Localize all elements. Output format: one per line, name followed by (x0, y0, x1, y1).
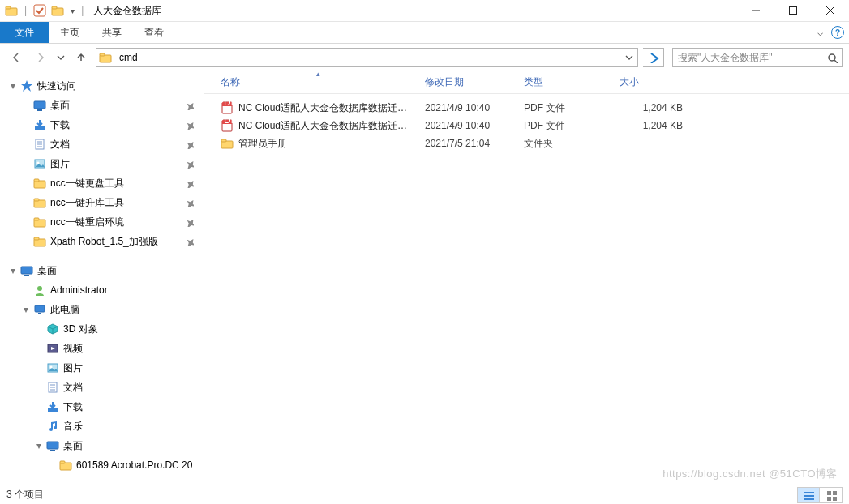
tree-item[interactable]: 桌面 (0, 96, 204, 115)
pin-icon (184, 139, 199, 149)
tree-item-label: 此电脑 (50, 303, 204, 317)
column-type[interactable]: 类型 (519, 71, 615, 93)
folder-icon (32, 215, 47, 229)
file-date: 2021/4/9 10:40 (420, 102, 519, 113)
tree-item-label: Administrator (50, 284, 204, 296)
column-name[interactable]: 名称 ▴ (216, 71, 420, 93)
pin-icon (184, 178, 199, 188)
qat-folder-icon[interactable] (51, 4, 64, 17)
view-thumbnails-button[interactable] (820, 487, 843, 503)
documents-icon (32, 137, 47, 152)
expander-icon[interactable]: ▾ (32, 440, 45, 451)
pin-icon (184, 159, 199, 169)
up-button[interactable] (71, 48, 91, 67)
address-folder-icon[interactable] (96, 49, 114, 66)
tree-item[interactable]: 图片 (0, 358, 204, 378)
view-details-button[interactable] (797, 487, 820, 503)
folder-icon (32, 176, 47, 190)
folder-icon (32, 234, 47, 249)
tree-item-label: Xpath Robot_1.5_加强版 (50, 235, 184, 249)
tree-item-label: 图片 (63, 361, 204, 375)
navigation-row (0, 44, 849, 71)
file-date: 2021/4/9 10:40 (420, 120, 519, 131)
tree-item[interactable]: 3D 对象 (0, 319, 204, 339)
desktop-icon (32, 98, 47, 113)
tree-item[interactable]: 视频 (0, 339, 204, 358)
file-row[interactable]: NC Cloud适配人大金仓数据库数据迁移... 2021/4/9 10:40 … (216, 117, 849, 135)
pc-icon (32, 302, 47, 317)
back-button[interactable] (6, 48, 26, 67)
expander-icon[interactable]: ▾ (19, 304, 32, 315)
sort-asc-icon: ▴ (316, 70, 320, 78)
tree-item[interactable]: ncc一键更盘工具 (0, 173, 204, 193)
address-dropdown-icon[interactable] (621, 49, 637, 66)
go-button[interactable] (643, 48, 664, 67)
tree-item[interactable]: 下载 (0, 397, 204, 416)
search-box[interactable] (672, 48, 843, 67)
documents-icon (45, 380, 60, 395)
tree-item[interactable]: ▾ 快速访问 (0, 76, 204, 96)
tree-item[interactable]: 文档 (0, 135, 204, 154)
videos-icon (45, 341, 60, 356)
tree-item-label: 下载 (50, 118, 184, 132)
tab-home[interactable]: 主页 (49, 22, 91, 43)
music-icon (45, 419, 60, 434)
minimize-button[interactable] (737, 0, 774, 22)
content-pane: 名称 ▴ 修改日期 类型 大小 NC Cloud适配人大金仓数据库数据迁移...… (204, 71, 849, 485)
file-name: NC Cloud适配人大金仓数据库数据迁移... (238, 119, 415, 133)
tree-item[interactable]: Administrator (0, 280, 204, 300)
window-title: 人大金仓数据库 (93, 4, 161, 18)
column-date[interactable]: 修改日期 (420, 71, 519, 93)
tree-item[interactable]: ncc一键升库工具 (0, 193, 204, 212)
tree-item-label: 下载 (63, 400, 204, 414)
tree-item[interactable]: ncc一键重启环境 (0, 212, 204, 232)
file-row[interactable]: 管理员手册 2021/7/5 21:04 文件夹 (216, 135, 849, 152)
column-size[interactable]: 大小 (615, 71, 688, 93)
file-size: 1,204 KB (615, 120, 688, 131)
tree-item[interactable]: ▾ 桌面 (0, 261, 204, 280)
forward-button[interactable] (31, 48, 50, 67)
file-list[interactable]: NC Cloud适配人大金仓数据库数据迁移... 2021/4/9 10:40 … (204, 94, 849, 152)
tree-item[interactable]: 音乐 (0, 416, 204, 436)
qat-check-icon[interactable] (33, 4, 46, 17)
tree-item[interactable]: 601589 Acrobat.Pro.DC 20 (0, 455, 204, 475)
address-bar[interactable] (96, 48, 638, 67)
close-button[interactable] (812, 0, 849, 22)
pictures-icon (45, 361, 60, 375)
ribbon-collapse-icon[interactable]: ⌵ (817, 27, 823, 38)
help-icon[interactable]: ? (831, 26, 844, 39)
tree-item-label: 桌面 (37, 264, 204, 278)
tree-item[interactable]: 图片 (0, 154, 204, 173)
search-icon[interactable] (822, 52, 842, 63)
address-input[interactable] (114, 49, 621, 66)
expander-icon[interactable]: ▾ (6, 265, 19, 276)
folder-icon (32, 195, 47, 210)
history-dropdown-icon[interactable] (55, 48, 66, 67)
body: ▾ 快速访问 桌面 下载 文档 图片 ncc一键更盘工具 ncc一键升库工具 (0, 71, 849, 485)
tab-file[interactable]: 文件 (0, 22, 49, 43)
folder-icon (58, 458, 73, 472)
status-count: 3 个项目 (6, 488, 44, 502)
tree-item-label: 图片 (50, 157, 184, 171)
user-icon (32, 283, 47, 297)
tree-item[interactable]: ▾ 桌面 (0, 436, 204, 455)
tree-item[interactable]: ▾ 此电脑 (0, 300, 204, 319)
qat-dropdown-icon[interactable]: ▾ (71, 6, 75, 15)
file-date: 2021/7/5 21:04 (420, 138, 519, 149)
search-input[interactable] (673, 52, 822, 63)
expander-icon[interactable]: ▾ (6, 80, 19, 92)
pictures-icon (32, 156, 47, 171)
file-type: PDF 文件 (519, 119, 615, 133)
tree-item-label: 视频 (63, 342, 204, 356)
watermark: https://blog.csdn.net @51CTO博客 (662, 467, 838, 481)
tree-item-label: 音乐 (63, 420, 204, 434)
downloads-icon (45, 399, 60, 414)
sidebar[interactable]: ▾ 快速访问 桌面 下载 文档 图片 ncc一键更盘工具 ncc一键升库工具 (0, 71, 204, 485)
tree-item[interactable]: Xpath Robot_1.5_加强版 (0, 232, 204, 251)
tab-view[interactable]: 查看 (133, 22, 175, 43)
tree-item[interactable]: 下载 (0, 115, 204, 135)
tree-item[interactable]: 文档 (0, 378, 204, 397)
maximize-button[interactable] (774, 0, 812, 22)
tab-share[interactable]: 共享 (91, 22, 133, 43)
file-row[interactable]: NC Cloud适配人大金仓数据库数据迁移... 2021/4/9 10:40 … (216, 99, 849, 117)
